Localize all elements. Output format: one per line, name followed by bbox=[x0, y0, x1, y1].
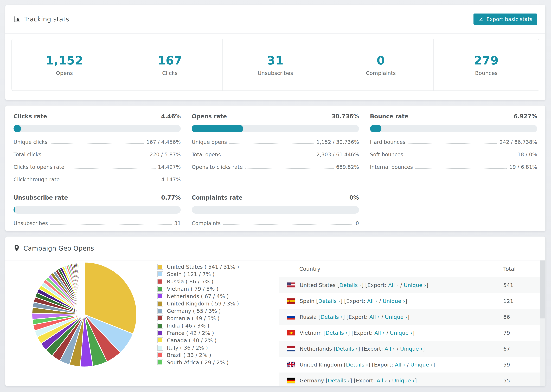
rate-progress-track bbox=[370, 125, 537, 132]
bracket: ] bbox=[415, 378, 417, 384]
rate-title: Clicks rate bbox=[14, 113, 47, 120]
export-label: [Export: bbox=[346, 314, 369, 320]
stat-label: Opens bbox=[56, 70, 73, 76]
table-scrollbar[interactable] bbox=[540, 260, 545, 386]
details-link[interactable]: Details › bbox=[346, 362, 368, 368]
detail-value: 0 bbox=[356, 220, 359, 226]
legend-item-romania: Romania ( 49 / 3% ) bbox=[157, 315, 239, 321]
bracket: ] bbox=[412, 330, 414, 336]
export-unique-link[interactable]: Unique › bbox=[385, 314, 407, 320]
export-button-label: Export basic stats bbox=[487, 16, 532, 22]
legend-label: Russia ( 86 / 5% ) bbox=[167, 279, 213, 285]
export-unique-link[interactable]: Unique › bbox=[410, 362, 433, 368]
bracket: [ bbox=[317, 314, 320, 320]
tracking-stats-title: Tracking stats bbox=[24, 15, 69, 23]
slash: / bbox=[395, 346, 400, 352]
details-link[interactable]: Details › bbox=[339, 282, 361, 288]
rate-detail-row: Opens to clicks rate689.82% bbox=[192, 164, 359, 170]
country-name: Netherlands bbox=[300, 346, 332, 352]
details-link[interactable]: Details › bbox=[325, 330, 348, 336]
export-all-link[interactable]: All › bbox=[388, 282, 399, 288]
geo-title: Campaign Geo Opens bbox=[23, 245, 94, 252]
country-name: Vietnam bbox=[300, 330, 322, 336]
export-unique-link[interactable]: Unique › bbox=[390, 330, 413, 336]
detail-label: Unique opens bbox=[192, 139, 227, 145]
table-scrollbar-thumb[interactable] bbox=[540, 260, 545, 318]
legend-swatch bbox=[157, 308, 163, 314]
legend-label: France ( 42 / 2% ) bbox=[167, 330, 214, 336]
export-label: [Export: bbox=[372, 362, 395, 368]
bracket: ] bbox=[358, 346, 362, 352]
legend-item-united-states: United States ( 541 / 31% ) bbox=[157, 264, 239, 270]
stat-box-complaints: 0Complaints bbox=[328, 39, 434, 91]
country-name: Germany bbox=[300, 378, 324, 384]
legend-swatch bbox=[157, 286, 163, 292]
legend-item-canada: Canada ( 40 / 2% ) bbox=[157, 337, 239, 343]
rate-title: Complaints rate bbox=[192, 194, 242, 201]
country-cell: Germany [Details ›] [Export: All › / Uni… bbox=[279, 378, 503, 384]
export-all-link[interactable]: All › bbox=[369, 314, 380, 320]
detail-label: Clicks to opens rate bbox=[14, 164, 64, 170]
stat-label: Unsubscribes bbox=[258, 70, 293, 76]
legend-label: United Kingdom ( 59 / 3% ) bbox=[167, 301, 239, 307]
legend-label: India ( 46 / 3% ) bbox=[167, 322, 209, 329]
legend-label: Vietnam ( 79 / 5% ) bbox=[167, 286, 219, 292]
stat-value: 0 bbox=[377, 54, 385, 67]
legend-label: Italy ( 36 / 2% ) bbox=[167, 345, 208, 351]
rate-progress-track bbox=[14, 206, 181, 214]
country-name: Spain bbox=[300, 298, 315, 304]
detail-label: Hard bounces bbox=[370, 139, 405, 145]
export-unique-link[interactable]: Unique › bbox=[404, 282, 426, 288]
stat-value: 31 bbox=[267, 54, 284, 67]
export-all-link[interactable]: All › bbox=[377, 378, 387, 384]
table-row-netherlands: Netherlands [Details ›] [Export: All › /… bbox=[279, 341, 540, 357]
legend-swatch bbox=[157, 293, 163, 299]
legend-swatch bbox=[157, 271, 163, 277]
table-row-united-kingdom: United Kingdom [Details ›] [Export: All … bbox=[279, 357, 540, 372]
detail-value: 31 bbox=[174, 220, 181, 226]
detail-label: Total clicks bbox=[14, 152, 41, 157]
details-link[interactable]: Details › bbox=[336, 346, 358, 352]
export-all-link[interactable]: All › bbox=[395, 362, 405, 368]
table-row-spain: Spain [Details ›] [Export: All › / Uniqu… bbox=[279, 293, 540, 309]
detail-label: Soft bounces bbox=[370, 152, 403, 157]
gb-flag-icon bbox=[287, 362, 295, 368]
rate-detail-row: Total clicks220 / 5.87% bbox=[14, 152, 181, 157]
details-link[interactable]: Details › bbox=[328, 378, 350, 384]
export-all-link[interactable]: All › bbox=[384, 346, 395, 352]
rate-detail-row: Unique clicks167 / 4.456% bbox=[14, 139, 181, 145]
dotted-leader bbox=[223, 156, 314, 156]
legend-item-netherlands: Netherlands ( 67 / 4% ) bbox=[157, 293, 239, 299]
export-unique-link[interactable]: Unique › bbox=[392, 378, 415, 384]
rate-value: 4.46% bbox=[161, 113, 181, 120]
total-cell: 59 bbox=[503, 362, 540, 368]
geo-table: Country Total United States [Details ›] … bbox=[279, 260, 540, 386]
detail-label: Complaints bbox=[192, 220, 221, 226]
details-link[interactable]: Details › bbox=[318, 298, 340, 304]
details-link[interactable]: Details › bbox=[320, 314, 343, 320]
export-unique-link[interactable]: Unique › bbox=[400, 346, 423, 352]
detail-value: 2,303 / 61.446% bbox=[316, 152, 359, 157]
legend-label: South Africa ( 29 / 2% ) bbox=[167, 359, 229, 365]
rate-detail-row: Click through rate4.147% bbox=[14, 177, 181, 182]
dotted-leader bbox=[50, 224, 172, 225]
dotted-leader bbox=[62, 181, 159, 181]
export-basic-stats-button[interactable]: Export basic stats bbox=[473, 14, 537, 25]
export-all-link[interactable]: All › bbox=[374, 330, 385, 336]
bracket: ] bbox=[433, 362, 435, 368]
rate-progress-fill bbox=[192, 125, 243, 132]
bracket: [ bbox=[342, 362, 346, 368]
legend-item-germany: Germany ( 55 / 3% ) bbox=[157, 308, 239, 314]
es-flag-icon bbox=[287, 298, 295, 304]
rate-head: Bounce rate6.927% bbox=[370, 113, 537, 120]
bracket: ] bbox=[361, 282, 365, 288]
export-label: [Export: bbox=[354, 378, 377, 384]
export-label: [Export: bbox=[344, 298, 367, 304]
legend-swatch bbox=[157, 315, 163, 321]
export-all-link[interactable]: All › bbox=[367, 298, 377, 304]
bar-chart-icon bbox=[14, 15, 21, 23]
rate-value: 6.927% bbox=[514, 113, 537, 120]
stat-value: 279 bbox=[474, 54, 499, 67]
stat-box-bounces: 279Bounces bbox=[434, 39, 539, 91]
export-unique-link[interactable]: Unique › bbox=[383, 298, 405, 304]
